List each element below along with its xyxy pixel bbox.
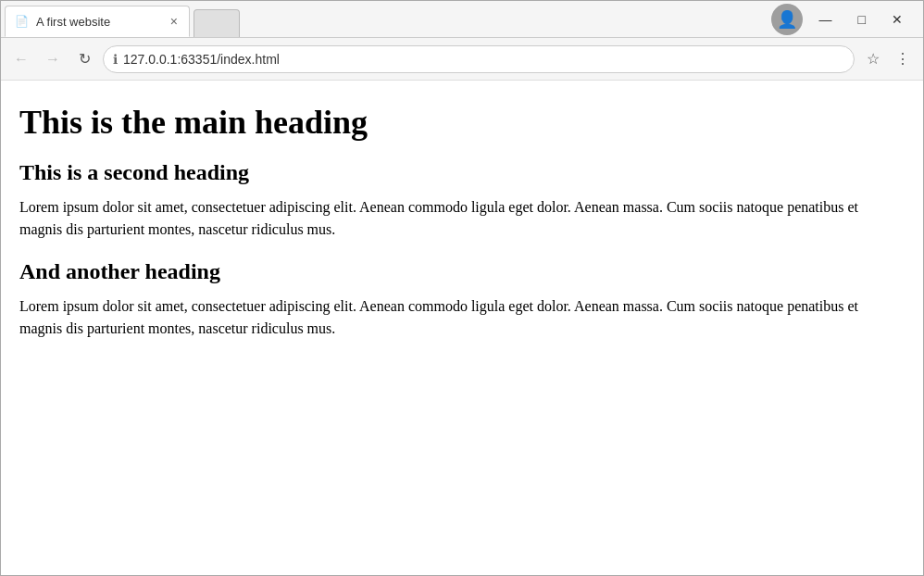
section-1-paragraph: Lorem ipsum dolor sit amet, consectetuer… [19, 196, 905, 241]
tab-close-button[interactable]: × [169, 14, 180, 29]
bookmark-button[interactable]: ☆ [860, 46, 886, 72]
inactive-tab[interactable] [194, 9, 240, 37]
address-bar: ← → ↻ ℹ 127.0.0.1:63351/index.html ☆ ⋮ [1, 38, 923, 81]
tab-strip: 📄 A first website × [1, 1, 760, 37]
forward-button[interactable]: → [40, 46, 66, 72]
menu-icon: ⋮ [895, 50, 910, 68]
close-button[interactable]: ✕ [882, 8, 912, 31]
address-url: 127.0.0.1:63351/index.html [123, 52, 844, 67]
active-tab[interactable]: 📄 A first website × [5, 6, 190, 37]
profile-button[interactable]: 👤 [771, 4, 803, 35]
back-button[interactable]: ← [8, 46, 34, 72]
page-main-heading: This is the main heading [19, 103, 905, 142]
window-controls: 👤 — □ ✕ [760, 1, 923, 37]
minimize-button[interactable]: — [810, 8, 842, 31]
page-content: This is the main heading This is a secon… [1, 81, 923, 575]
reload-icon: ↻ [79, 50, 91, 68]
section-1-heading: This is a second heading [19, 160, 905, 185]
section-2-paragraph: Lorem ipsum dolor sit amet, consectetuer… [19, 295, 905, 340]
section-2: And another heading Lorem ipsum dolor si… [19, 259, 905, 340]
address-actions: ☆ ⋮ [860, 46, 916, 72]
section-2-heading: And another heading [19, 259, 905, 284]
tab-title: A first website [36, 15, 161, 29]
tab-page-icon: 📄 [15, 15, 29, 28]
forward-icon: → [45, 51, 60, 68]
info-icon: ℹ [113, 52, 118, 67]
address-input-wrapper[interactable]: ℹ 127.0.0.1:63351/index.html [103, 45, 855, 73]
browser-window: 📄 A first website × 👤 — □ ✕ ← → ↻ ℹ 12 [0, 0, 924, 576]
profile-icon: 👤 [777, 9, 797, 30]
section-1: This is a second heading Lorem ipsum dol… [19, 160, 905, 241]
bookmark-icon: ☆ [867, 50, 880, 68]
menu-button[interactable]: ⋮ [890, 46, 916, 72]
title-bar: 📄 A first website × 👤 — □ ✕ [1, 1, 923, 38]
maximize-button[interactable]: □ [849, 8, 875, 31]
reload-button[interactable]: ↻ [71, 46, 97, 72]
back-icon: ← [14, 51, 29, 68]
